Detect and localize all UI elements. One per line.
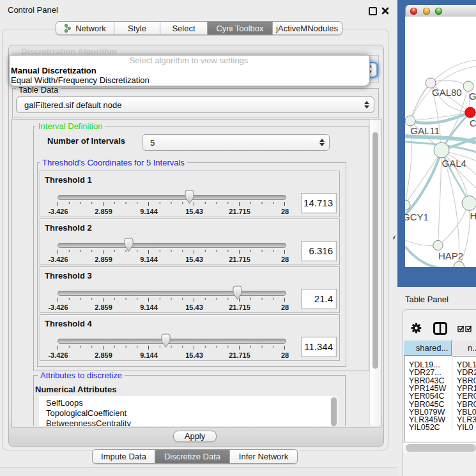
svg-text:CY: CY [470, 118, 476, 128]
svg-text:GAL80: GAL80 [432, 87, 462, 98]
svg-text:GCY1: GCY1 [405, 211, 429, 222]
svg-text:GAL11: GAL11 [411, 125, 440, 136]
svg-text:H: H [470, 210, 476, 221]
svg-text:GA: GA [469, 91, 476, 102]
svg-text:GAL4: GAL4 [442, 158, 466, 169]
svg-text:HAP2: HAP2 [438, 250, 463, 261]
